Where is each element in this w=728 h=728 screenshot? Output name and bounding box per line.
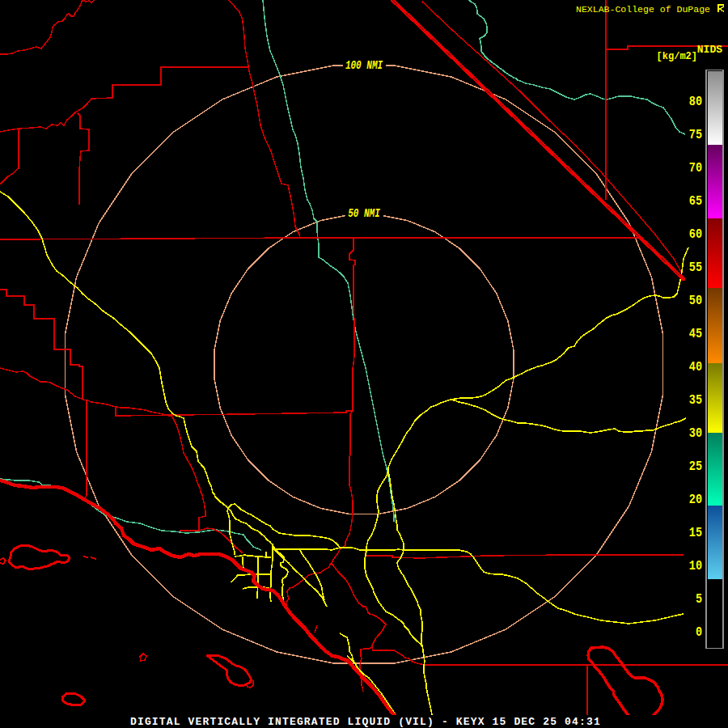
svg-text:[kg/m2]: [kg/m2]	[657, 51, 697, 62]
svg-text:65: 65	[689, 193, 702, 209]
svg-text:55: 55	[689, 259, 702, 275]
svg-text:DIGITAL VERTICALLY INTEGRATED: DIGITAL VERTICALLY INTEGRATED LIQUID (VI…	[130, 716, 601, 728]
svg-text:50: 50	[689, 292, 702, 308]
svg-text:45: 45	[689, 325, 702, 341]
svg-text:NEXLAB-College of DuPage: NEXLAB-College of DuPage	[576, 5, 710, 15]
svg-text:75: 75	[689, 126, 702, 142]
svg-text:20: 20	[689, 491, 702, 507]
svg-text:NIDS: NIDS	[697, 44, 722, 56]
svg-text:30: 30	[689, 425, 702, 441]
svg-text:50 NMI: 50 NMI	[348, 207, 380, 221]
svg-text:100 NMI: 100 NMI	[345, 58, 383, 72]
svg-text:15: 15	[689, 524, 702, 540]
svg-text:25: 25	[689, 458, 702, 474]
svg-text:60: 60	[689, 226, 702, 242]
svg-text:35: 35	[689, 392, 702, 408]
svg-text:5: 5	[696, 590, 702, 607]
svg-text:10: 10	[689, 557, 702, 574]
svg-text:40: 40	[689, 358, 702, 375]
svg-text:70: 70	[689, 159, 702, 176]
svg-text:80: 80	[689, 93, 702, 109]
svg-text:0: 0	[696, 624, 702, 640]
